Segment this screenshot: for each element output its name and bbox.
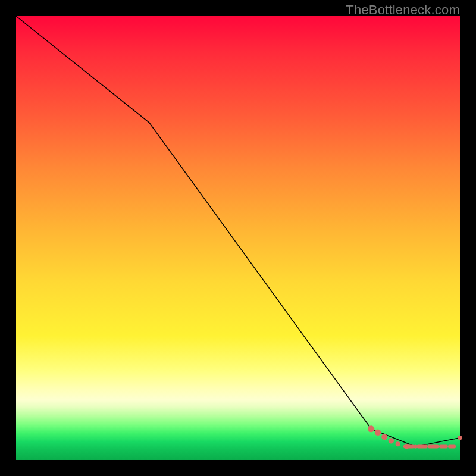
chart-markers (368, 425, 462, 449)
chart-curve (16, 16, 460, 447)
dash-segment (428, 445, 439, 449)
dash-segment (448, 445, 456, 449)
data-point (396, 441, 400, 446)
data-point (389, 438, 394, 443)
chart-stage: TheBottleneck.com (0, 0, 476, 476)
data-point (368, 425, 374, 432)
data-point (458, 436, 462, 440)
chart-overlay (16, 16, 460, 460)
data-point (381, 434, 387, 440)
dash-segment (439, 445, 448, 449)
dash-segment (416, 445, 428, 449)
data-point (375, 430, 381, 436)
dash-segment (403, 445, 415, 449)
